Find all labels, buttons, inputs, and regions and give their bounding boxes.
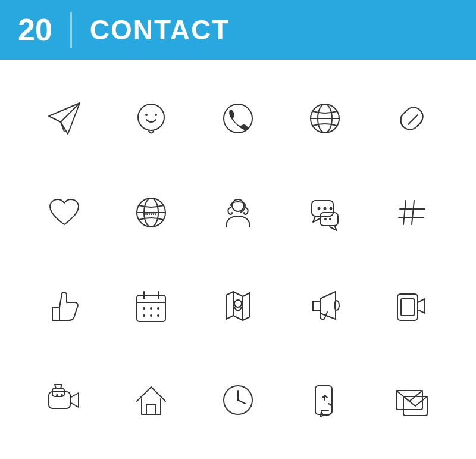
svg-point-16 — [318, 207, 321, 210]
svg-point-5 — [155, 114, 157, 116]
icons-grid: www — [0, 60, 476, 459]
icon-hashtag — [371, 171, 452, 254]
icon-globe — [284, 77, 365, 160]
svg-point-18 — [330, 207, 333, 210]
svg-point-20 — [324, 218, 327, 220]
icon-megaphone — [284, 266, 365, 348]
header: 20 CONTACT — [0, 0, 476, 60]
svg-point-30 — [143, 307, 145, 310]
svg-point-6 — [224, 104, 252, 133]
svg-point-46 — [61, 394, 63, 396]
header-divider — [70, 12, 72, 48]
svg-point-31 — [150, 307, 152, 310]
icon-mail — [371, 359, 452, 441]
icon-link — [371, 77, 452, 160]
svg-point-3 — [138, 104, 164, 130]
icon-www: www — [111, 171, 192, 254]
svg-point-45 — [56, 394, 58, 396]
header-number: 20 — [18, 14, 52, 45]
icon-paper-plane — [24, 77, 105, 160]
svg-line-23 — [412, 201, 414, 224]
icon-video-chat — [24, 359, 105, 441]
icon-support-agent — [198, 171, 278, 254]
icon-thumbs-up — [24, 266, 105, 348]
svg-point-33 — [143, 314, 145, 317]
svg-point-34 — [150, 314, 152, 317]
header-title: CONTACT — [90, 14, 230, 46]
svg-point-21 — [329, 218, 331, 220]
svg-point-38 — [234, 300, 242, 307]
icon-home — [111, 359, 192, 441]
svg-point-17 — [324, 207, 327, 210]
svg-rect-52 — [315, 386, 332, 414]
svg-line-50 — [238, 400, 245, 404]
icon-video-call-phone — [371, 266, 452, 348]
svg-text:www: www — [143, 210, 157, 216]
icon-heart — [24, 171, 105, 254]
icon-chat-bubbles — [284, 171, 365, 254]
svg-line-0 — [61, 103, 80, 122]
icon-emoji-chat — [111, 77, 192, 160]
svg-point-35 — [157, 314, 159, 317]
svg-line-22 — [403, 201, 406, 224]
svg-point-4 — [145, 114, 148, 116]
icon-mobile-touch — [284, 359, 365, 441]
icon-clock — [198, 359, 278, 441]
svg-point-32 — [157, 307, 159, 310]
icon-calendar — [111, 266, 192, 348]
icon-map-location — [198, 266, 278, 348]
svg-point-51 — [237, 399, 239, 401]
svg-rect-42 — [401, 299, 414, 316]
icon-phone — [198, 77, 278, 160]
svg-rect-47 — [146, 405, 156, 414]
